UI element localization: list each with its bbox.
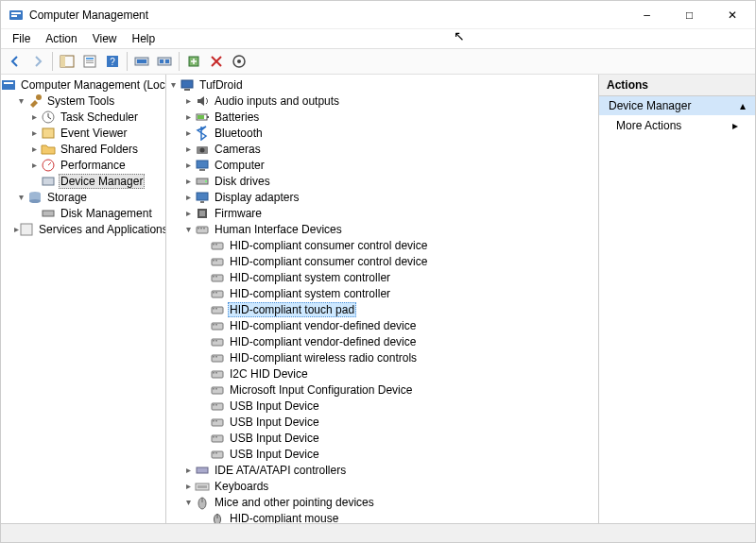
category-firmware[interactable]: ▸Firmware: [166, 205, 598, 221]
device-item[interactable]: USB Input Device: [166, 398, 598, 414]
device-item[interactable]: HID-compliant vendor-defined device: [166, 317, 598, 333]
uninstall-device-button[interactable]: [206, 51, 227, 72]
device-root[interactable]: ▾TufDroid: [166, 76, 598, 93]
console-tree[interactable]: Computer Management (Local) ▾ System Too…: [1, 75, 166, 523]
tree-services-apps[interactable]: ▸ Services and Applications: [1, 221, 165, 237]
svg-rect-64: [215, 308, 217, 310]
tree-root[interactable]: Computer Management (Local): [1, 76, 165, 93]
category-audio[interactable]: ▸Audio inputs and outputs: [166, 93, 598, 109]
chevron-right-icon[interactable]: ▸: [181, 481, 195, 491]
forward-button[interactable]: [27, 51, 48, 72]
tree-performance[interactable]: ▸ Performance: [1, 157, 165, 173]
svg-rect-81: [213, 404, 215, 406]
svg-rect-55: [215, 260, 217, 262]
chevron-right-icon[interactable]: ▸: [181, 465, 195, 475]
svg-rect-30: [21, 224, 32, 235]
device-item[interactable]: USB Input Device: [166, 446, 598, 462]
chevron-right-icon[interactable]: ▸: [27, 111, 41, 122]
device-label: Computer: [213, 159, 266, 172]
category-disk[interactable]: ▸Disk drives: [166, 173, 598, 189]
chevron-right-icon[interactable]: ▸: [27, 127, 41, 138]
chevron-right-icon[interactable]: ▸: [181, 176, 195, 186]
view-devices-button[interactable]: [131, 51, 152, 72]
category-batteries[interactable]: ▸Batteries: [166, 109, 598, 125]
category-computer[interactable]: ▸Computer: [166, 157, 598, 173]
show-hide-tree-button[interactable]: [57, 51, 77, 72]
device-item[interactable]: USB Input Device: [166, 430, 598, 446]
category-keyboards[interactable]: ▸Keyboards: [166, 478, 598, 494]
chevron-down-icon[interactable]: ▾: [166, 79, 180, 90]
update-driver-button[interactable]: [183, 51, 204, 72]
device-tree[interactable]: ▾TufDroid▸Audio inputs and outputs▸Batte…: [166, 75, 599, 523]
close-button[interactable]: ✕: [711, 1, 753, 28]
tree-storage[interactable]: ▾ Storage: [1, 189, 165, 205]
device-item[interactable]: HID-compliant mouse: [166, 510, 598, 523]
device-item[interactable]: HID-compliant touch pad: [166, 301, 598, 317]
device-item[interactable]: HID-compliant wireless radio controls: [166, 349, 598, 365]
chevron-down-icon[interactable]: ▾: [14, 192, 27, 202]
tree-event-viewer[interactable]: ▸ Event Viewer: [1, 125, 165, 141]
device-label: USB Input Device: [228, 416, 321, 429]
device-item[interactable]: HID-compliant consumer control device: [166, 253, 598, 269]
device-item[interactable]: Microsoft Input Configuration Device: [166, 382, 598, 398]
svg-rect-8: [86, 62, 94, 63]
device-manager-icon: [41, 174, 56, 189]
hid-icon: [195, 222, 210, 237]
category-mice[interactable]: ▾Mice and other pointing devices: [166, 494, 598, 510]
chevron-down-icon[interactable]: ▾: [14, 95, 27, 106]
chevron-right-icon[interactable]: ▸: [181, 208, 195, 218]
tree-device-manager[interactable]: Device Manager: [1, 173, 165, 189]
scan-hardware-button[interactable]: [229, 51, 249, 72]
chevron-right-icon[interactable]: ▸: [181, 160, 195, 170]
actions-more[interactable]: More Actions ▸: [599, 115, 755, 136]
svg-rect-79: [215, 388, 217, 390]
category-ide[interactable]: ▸IDE ATA/ATAPI controllers: [166, 462, 598, 478]
properties-icon-button[interactable]: [79, 51, 100, 72]
device-item[interactable]: HID-compliant system controller: [166, 269, 598, 285]
chevron-right-icon[interactable]: ▸: [181, 127, 195, 138]
svg-point-21: [36, 94, 42, 100]
menu-action[interactable]: Action: [38, 30, 84, 47]
menu-help[interactable]: Help: [125, 30, 163, 47]
device-item[interactable]: HID-compliant consumer control device: [166, 237, 598, 253]
chevron-right-icon[interactable]: ▸: [27, 160, 41, 170]
device-item[interactable]: I2C HID Device: [166, 365, 598, 382]
device-item[interactable]: HID-compliant system controller: [166, 285, 598, 301]
chevron-down-icon[interactable]: ▾: [181, 224, 195, 234]
main-area: Computer Management (Local) ▾ System Too…: [1, 75, 755, 523]
svg-rect-75: [213, 372, 215, 374]
category-hid[interactable]: ▾Human Interface Devices: [166, 221, 598, 237]
tree-system-tools[interactable]: ▾ System Tools: [1, 93, 165, 109]
svg-rect-94: [198, 485, 207, 488]
hidchild-icon: [210, 415, 225, 430]
maximize-button[interactable]: □: [668, 1, 711, 28]
chevron-right-icon[interactable]: ▸: [181, 95, 195, 106]
hidchild-icon: [210, 431, 225, 446]
back-button[interactable]: [5, 51, 26, 72]
menu-view[interactable]: View: [85, 30, 125, 47]
minimize-button[interactable]: –: [626, 1, 668, 28]
hidchild-icon: [210, 286, 225, 301]
chevron-right-icon[interactable]: ▸: [181, 192, 195, 202]
help-button[interactable]: ?: [102, 51, 123, 72]
device-label: Keyboards: [213, 480, 270, 493]
actions-section-device-manager[interactable]: Device Manager ▴: [599, 96, 755, 115]
menu-file[interactable]: File: [5, 30, 38, 47]
category-display[interactable]: ▸Display adapters: [166, 189, 598, 205]
category-bluetooth[interactable]: ▸Bluetooth: [166, 125, 598, 141]
view-resources-button[interactable]: [154, 51, 175, 72]
svg-rect-57: [213, 276, 215, 278]
chevron-right-icon[interactable]: ▸: [27, 144, 41, 154]
device-item[interactable]: USB Input Device: [166, 414, 598, 430]
tree-task-scheduler[interactable]: ▸ Task Scheduler: [1, 109, 165, 125]
chevron-right-icon[interactable]: ▸: [181, 111, 195, 122]
chevron-right-icon[interactable]: ▸: [181, 144, 195, 154]
batteries-icon: [195, 110, 210, 125]
chevron-down-icon[interactable]: ▾: [181, 497, 195, 507]
hidchild-icon: [210, 350, 225, 365]
svg-rect-66: [213, 324, 215, 326]
device-item[interactable]: HID-compliant vendor-defined device: [166, 333, 598, 349]
tree-shared-folders[interactable]: ▸ Shared Folders: [1, 141, 165, 157]
category-cameras[interactable]: ▸Cameras: [166, 141, 598, 157]
tree-disk-management[interactable]: Disk Management: [1, 205, 165, 221]
